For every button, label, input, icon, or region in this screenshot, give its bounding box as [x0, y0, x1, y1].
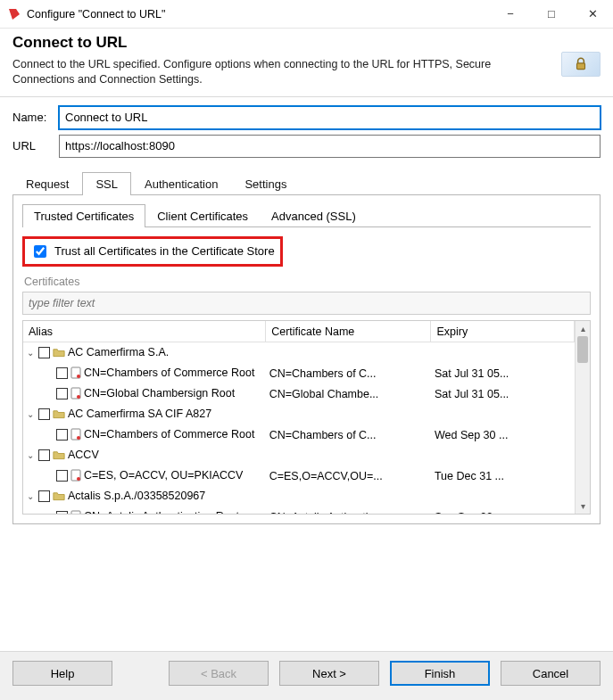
subtab-client-certs[interactable]: Client Certificates — [145, 204, 260, 227]
table-row[interactable]: ⌄ACCV — [23, 445, 575, 465]
subtab-trusted-certs[interactable]: Trusted Certificates — [22, 204, 145, 227]
certificates-scrollbar[interactable]: ▴ ▾ — [575, 321, 590, 514]
cert-name-cell: C=ES,O=ACCV,OU=... — [266, 465, 431, 486]
col-alias[interactable]: Alias — [23, 321, 266, 342]
row-checkbox[interactable] — [38, 408, 50, 420]
chevron-down-icon[interactable]: ⌄ — [25, 491, 36, 501]
wizard-buttons: Help < Back Next > Finish Cancel — [0, 651, 613, 700]
certificates-group-label: Certificates — [24, 276, 591, 288]
alias-label: ACCV — [68, 449, 99, 461]
certificate-icon — [70, 387, 81, 399]
trust-all-checkbox[interactable] — [34, 245, 46, 258]
minimize-button[interactable]: − — [490, 0, 531, 29]
row-checkbox[interactable] — [38, 490, 50, 502]
folder-icon — [53, 491, 65, 501]
row-checkbox[interactable] — [38, 347, 50, 358]
scroll-down-icon[interactable]: ▾ — [576, 498, 590, 514]
expiry-cell — [431, 486, 575, 506]
certificates-table: Alias Certificate Name Expiry ⌄AC Camerf… — [22, 320, 591, 515]
col-cert-name[interactable]: Certificate Name — [266, 321, 431, 342]
tab-request[interactable]: Request — [12, 172, 82, 195]
cert-name-cell: CN=Actalis Authenti... — [266, 506, 431, 514]
annotation-highlight: Trust all Certificates in the Certificat… — [22, 236, 283, 267]
row-checkbox[interactable] — [38, 449, 50, 461]
scroll-up-icon[interactable]: ▴ — [576, 321, 590, 336]
expiry-cell — [431, 404, 575, 424]
tab-settings[interactable]: Settings — [231, 172, 300, 195]
svg-rect-0 — [577, 63, 585, 70]
back-button[interactable]: < Back — [169, 661, 269, 686]
expiry-cell — [431, 445, 575, 465]
folder-icon — [53, 348, 65, 358]
expiry-cell: Sat Jul 31 05... — [431, 383, 575, 404]
alias-label: AC Camerfirma SA CIF A827 — [68, 408, 211, 420]
expiry-cell — [431, 342, 575, 364]
table-row[interactable]: C=ES, O=ACCV, OU=PKIACCVC=ES,O=ACCV,OU=.… — [23, 465, 575, 486]
row-checkbox[interactable] — [56, 388, 68, 399]
tab-panel-ssl: Trusted Certificates Client Certificates… — [12, 195, 601, 524]
alias-label: CN=Chambers of Commerce Root — [84, 428, 254, 441]
name-label: Name: — [12, 111, 59, 124]
trust-all-label: Trust all Certificates in the Certificat… — [54, 244, 275, 258]
cert-name-cell — [266, 342, 431, 364]
svg-point-6 — [77, 436, 80, 440]
cert-name-cell: CN=Chambers of C... — [266, 424, 431, 445]
alias-label: CN=Global Chambersign Root — [84, 387, 235, 399]
certificates-filter[interactable] — [22, 292, 591, 315]
cert-name-cell: CN=Chambers of C... — [266, 363, 431, 383]
alias-label: C=ES, O=ACCV, OU=PKIACCV — [84, 469, 243, 482]
main-tabs: Request SSL Authentication Settings — [12, 172, 601, 195]
svg-rect-9 — [71, 511, 80, 514]
chevron-down-icon[interactable]: ⌄ — [25, 409, 36, 419]
table-row[interactable]: CN=Chambers of Commerce RootCN=Chambers … — [23, 363, 575, 383]
next-button[interactable]: Next > — [279, 661, 379, 686]
row-checkbox[interactable] — [56, 367, 68, 379]
close-button[interactable]: ✕ — [572, 0, 613, 29]
certificate-icon — [70, 428, 81, 441]
alias-label: CN=Chambers of Commerce Root — [84, 366, 254, 379]
window-title: Configure "Connect to URL" — [27, 8, 490, 21]
app-icon — [7, 7, 21, 21]
svg-point-4 — [77, 395, 80, 399]
page-description: Connect to the URL specified. Configure … — [12, 57, 552, 87]
cancel-button[interactable]: Cancel — [501, 661, 601, 686]
dialog-header: Connect to URL Connect to the URL specif… — [0, 29, 613, 97]
table-row[interactable]: ⌄AC Camerfirma SA CIF A827 — [23, 404, 575, 424]
certificate-icon — [70, 469, 81, 482]
subtab-advanced-ssl[interactable]: Advanced (SSL) — [260, 204, 368, 227]
col-expiry[interactable]: Expiry — [431, 321, 575, 342]
url-field[interactable] — [59, 135, 601, 158]
table-row[interactable]: CN=Global Chambersign RootCN=Global Cham… — [23, 383, 575, 404]
alias-label: Actalis S.p.A./03358520967 — [68, 490, 205, 502]
url-label: URL — [12, 139, 59, 152]
finish-button[interactable]: Finish — [390, 661, 490, 686]
certificate-icon — [70, 366, 81, 379]
cert-name-cell — [266, 445, 431, 465]
table-row[interactable]: ⌄AC Camerfirma S.A. — [23, 342, 575, 364]
name-field[interactable] — [59, 106, 601, 129]
tab-ssl[interactable]: SSL — [82, 172, 131, 195]
alias-label: AC Camerfirma S.A. — [68, 346, 169, 358]
chevron-down-icon[interactable]: ⌄ — [25, 348, 36, 358]
cert-name-cell: CN=Global Chambe... — [266, 383, 431, 404]
alias-label: CN=Actalis Authentication Root — [84, 510, 239, 514]
chevron-down-icon[interactable]: ⌄ — [25, 450, 36, 460]
folder-icon — [53, 409, 65, 419]
header-lock-icon — [561, 52, 601, 77]
svg-point-8 — [77, 477, 80, 481]
dialog-body: Name: URL Request SSL Authentication Set… — [0, 97, 613, 524]
table-row[interactable]: CN=Chambers of Commerce RootCN=Chambers … — [23, 424, 575, 445]
expiry-cell: Sun Sep 22 ... — [431, 506, 575, 514]
row-checkbox[interactable] — [56, 470, 68, 482]
scroll-thumb[interactable] — [577, 336, 588, 363]
maximize-button[interactable]: □ — [531, 0, 572, 29]
table-row[interactable]: ⌄Actalis S.p.A./03358520967 — [23, 486, 575, 506]
table-row[interactable]: CN=Actalis Authentication RootCN=Actalis… — [23, 506, 575, 514]
cert-name-cell — [266, 486, 431, 506]
help-button[interactable]: Help — [12, 661, 112, 686]
window-titlebar: Configure "Connect to URL" − □ ✕ — [0, 0, 613, 29]
ssl-subtabs: Trusted Certificates Client Certificates… — [22, 204, 591, 227]
row-checkbox[interactable] — [56, 511, 68, 514]
tab-authentication[interactable]: Authentication — [131, 172, 231, 195]
row-checkbox[interactable] — [56, 429, 68, 441]
